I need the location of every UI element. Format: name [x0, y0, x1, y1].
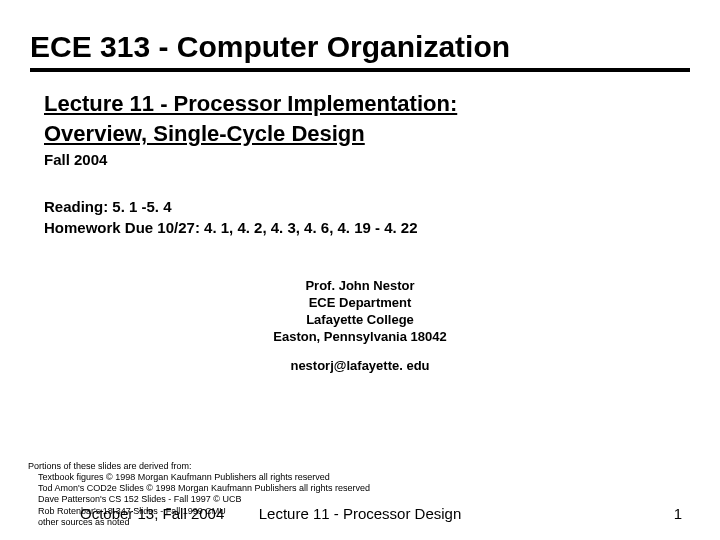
reading-line: Reading: 5. 1 -5. 4 — [44, 196, 690, 217]
lecture-title-line2: Overview, Single-Cycle Design — [44, 120, 690, 148]
prof-dept: ECE Department — [200, 295, 520, 312]
prof-email: nestorj@lafayette. edu — [200, 358, 520, 373]
credits-line: Dave Patterson's CS 152 Slides - Fall 19… — [38, 494, 370, 505]
credits-line: Portions of these slides are derived fro… — [28, 461, 370, 472]
term-label: Fall 2004 — [44, 151, 690, 168]
prof-address: Easton, Pennsylvania 18042 — [200, 329, 520, 346]
homework-line: Homework Due 10/27: 4. 1, 4. 2, 4. 3, 4.… — [44, 217, 690, 238]
footer-lecture: Lecture 11 - Processor Design — [259, 505, 462, 522]
credits-line: Tod Amon's COD2e Slides © 1998 Morgan Ka… — [38, 483, 370, 494]
prof-name: Prof. John Nestor — [200, 278, 520, 295]
title-divider — [30, 68, 690, 72]
lecture-title-line1: Lecture 11 - Processor Implementation: — [44, 90, 690, 118]
page-number: 1 — [674, 505, 682, 522]
course-title: ECE 313 - Computer Organization — [30, 30, 690, 64]
prof-college: Lafayette College — [200, 312, 520, 329]
credits-line: Textbook figures © 1998 Morgan Kaufmann … — [38, 472, 370, 483]
footer-date: October 13, Fall 2004 — [80, 505, 224, 522]
